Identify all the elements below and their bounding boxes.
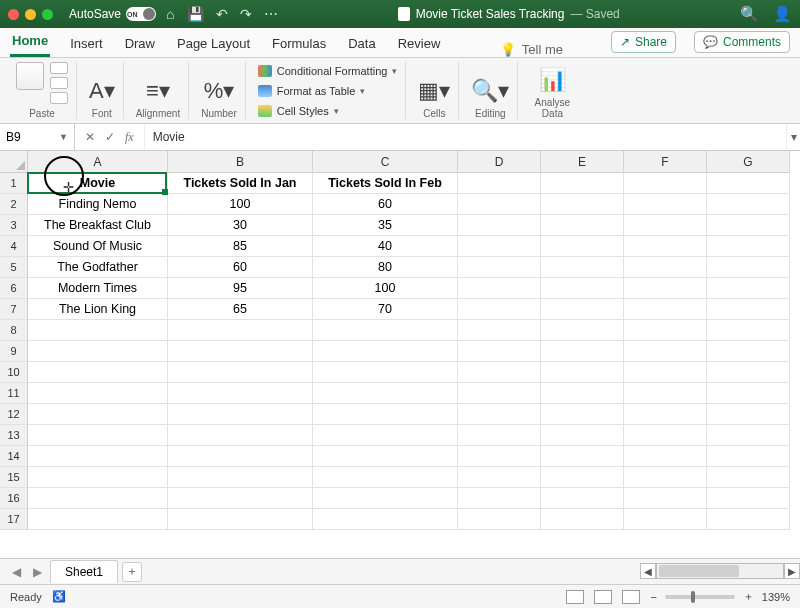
row-header-17[interactable]: 17 (0, 509, 28, 530)
cell-styles-button[interactable]: Cell Styles ▾ (258, 102, 398, 119)
analyse-icon[interactable]: 📊 (539, 67, 566, 93)
autosave-toggle[interactable]: AutoSave ON (69, 7, 156, 21)
copy-icon[interactable] (50, 77, 68, 89)
row-header-5[interactable]: 5 (0, 257, 28, 278)
cell-G15[interactable] (707, 467, 790, 488)
cell-G3[interactable] (707, 215, 790, 236)
view-page-layout-icon[interactable] (594, 590, 612, 604)
row-header-16[interactable]: 16 (0, 488, 28, 509)
cell-E12[interactable] (541, 404, 624, 425)
col-header-E[interactable]: E (541, 151, 624, 173)
cell-D14[interactable] (458, 446, 541, 467)
cell-A9[interactable] (28, 341, 168, 362)
select-all-corner[interactable] (0, 151, 28, 173)
cell-A16[interactable] (28, 488, 168, 509)
cell-D5[interactable] (458, 257, 541, 278)
cell-F3[interactable] (624, 215, 707, 236)
minimize-icon[interactable] (25, 9, 36, 20)
cell-E8[interactable] (541, 320, 624, 341)
number-icon[interactable]: %▾ (204, 78, 235, 104)
row-header-6[interactable]: 6 (0, 278, 28, 299)
zoom-out-icon[interactable]: − (650, 591, 656, 603)
view-normal-icon[interactable] (566, 590, 584, 604)
cell-E14[interactable] (541, 446, 624, 467)
scroll-left-icon[interactable]: ◀ (640, 563, 656, 579)
zoom-slider[interactable] (665, 595, 735, 599)
cell-D6[interactable] (458, 278, 541, 299)
row-header-15[interactable]: 15 (0, 467, 28, 488)
cell-E6[interactable] (541, 278, 624, 299)
cell-G11[interactable] (707, 383, 790, 404)
window-controls[interactable] (8, 9, 53, 20)
tab-nav-next-icon[interactable]: ▶ (29, 565, 46, 579)
cell-B16[interactable] (168, 488, 313, 509)
conditional-formatting-button[interactable]: Conditional Formatting ▾ (258, 62, 398, 79)
cell-G5[interactable] (707, 257, 790, 278)
editing-icon[interactable]: 🔍▾ (471, 78, 509, 104)
search-icon[interactable]: 🔍 (740, 5, 759, 23)
cell-B10[interactable] (168, 362, 313, 383)
cell-C12[interactable] (313, 404, 458, 425)
save-icon[interactable]: 💾 (187, 6, 204, 22)
cell-D15[interactable] (458, 467, 541, 488)
home-icon[interactable]: ⌂ (166, 6, 174, 22)
worksheet[interactable]: ABCDEFG 1234567891011121314151617 MovieT… (0, 151, 800, 558)
redo-icon[interactable]: ↷ (240, 6, 252, 22)
cell-F13[interactable] (624, 425, 707, 446)
cell-A5[interactable]: The Godfather (28, 257, 168, 278)
cell-D1[interactable] (458, 173, 541, 194)
chevron-down-icon[interactable]: ▼ (59, 132, 68, 142)
cell-E9[interactable] (541, 341, 624, 362)
tab-data[interactable]: Data (346, 30, 377, 57)
format-painter-icon[interactable] (50, 92, 68, 104)
cell-E2[interactable] (541, 194, 624, 215)
cell-G16[interactable] (707, 488, 790, 509)
cell-B5[interactable]: 60 (168, 257, 313, 278)
cell-A6[interactable]: Modern Times (28, 278, 168, 299)
cell-D2[interactable] (458, 194, 541, 215)
cell-A1[interactable]: Movie (28, 173, 168, 194)
paste-icon[interactable] (16, 62, 44, 90)
cancel-entry-icon[interactable]: ✕ (85, 130, 95, 144)
cell-A17[interactable] (28, 509, 168, 530)
tab-nav-prev-icon[interactable]: ◀ (8, 565, 25, 579)
cell-A7[interactable]: The Lion King (28, 299, 168, 320)
cell-C5[interactable]: 80 (313, 257, 458, 278)
share-button[interactable]: ↗Share (611, 31, 676, 53)
cell-C10[interactable] (313, 362, 458, 383)
cell-A2[interactable]: Finding Nemo (28, 194, 168, 215)
cell-B6[interactable]: 95 (168, 278, 313, 299)
cell-F6[interactable] (624, 278, 707, 299)
cell-B1[interactable]: Tickets Sold In Jan (168, 173, 313, 194)
cell-A10[interactable] (28, 362, 168, 383)
cell-D8[interactable] (458, 320, 541, 341)
format-as-table-button[interactable]: Format as Table ▾ (258, 82, 398, 99)
fullscreen-icon[interactable] (42, 9, 53, 20)
cell-E7[interactable] (541, 299, 624, 320)
row-header-13[interactable]: 13 (0, 425, 28, 446)
cell-A15[interactable] (28, 467, 168, 488)
cell-C3[interactable]: 35 (313, 215, 458, 236)
fx-icon[interactable]: fx (125, 130, 134, 145)
close-icon[interactable] (8, 9, 19, 20)
row-header-11[interactable]: 11 (0, 383, 28, 404)
cell-G7[interactable] (707, 299, 790, 320)
cell-F4[interactable] (624, 236, 707, 257)
cell-B14[interactable] (168, 446, 313, 467)
cell-G6[interactable] (707, 278, 790, 299)
tell-me[interactable]: 💡 Tell me (500, 42, 563, 57)
cell-F9[interactable] (624, 341, 707, 362)
scroll-thumb[interactable] (659, 565, 739, 577)
zoom-in-icon[interactable]: ＋ (743, 589, 754, 604)
cell-F7[interactable] (624, 299, 707, 320)
cell-G14[interactable] (707, 446, 790, 467)
cell-E13[interactable] (541, 425, 624, 446)
account-icon[interactable]: 👤 (773, 5, 792, 23)
cell-G2[interactable] (707, 194, 790, 215)
confirm-entry-icon[interactable]: ✓ (105, 130, 115, 144)
row-header-4[interactable]: 4 (0, 236, 28, 257)
cell-B15[interactable] (168, 467, 313, 488)
cell-A4[interactable]: Sound Of Music (28, 236, 168, 257)
cell-G9[interactable] (707, 341, 790, 362)
tab-insert[interactable]: Insert (68, 30, 105, 57)
